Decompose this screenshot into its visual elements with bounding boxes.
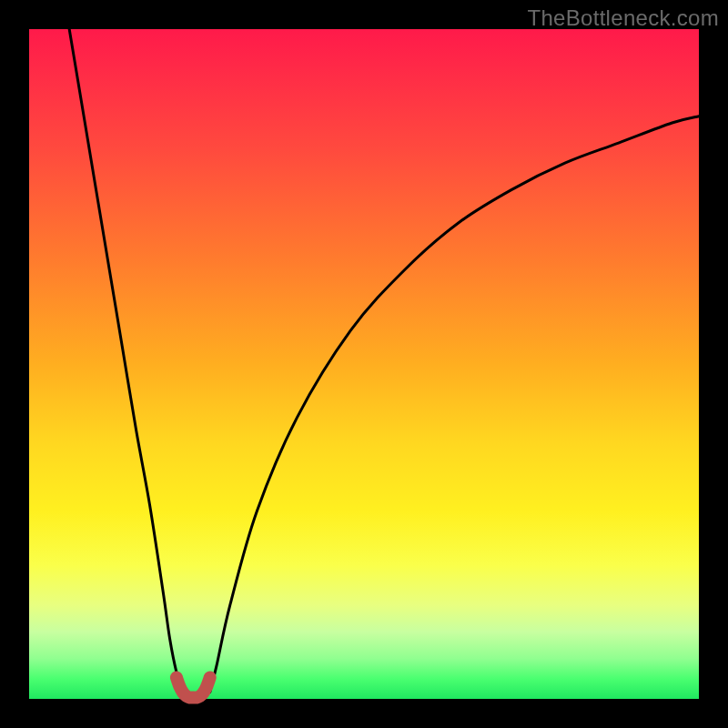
plot-area bbox=[29, 29, 699, 699]
curve-right-branch bbox=[210, 116, 699, 693]
watermark-text: TheBottleneck.com bbox=[527, 5, 719, 31]
curve-left-branch bbox=[69, 29, 183, 693]
chart-frame: TheBottleneck.com bbox=[0, 0, 728, 728]
bottom-mark bbox=[177, 677, 210, 697]
curve-layer bbox=[29, 29, 699, 699]
